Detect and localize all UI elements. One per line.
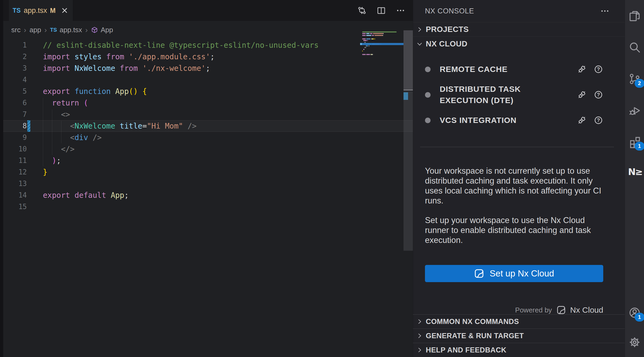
chevron-right-icon (416, 347, 423, 354)
badge: 1 (635, 142, 644, 151)
panel-more-actions-icon[interactable] (600, 6, 610, 16)
section-header-generate-run-target[interactable]: GENERATE & RUN TARGET (413, 329, 625, 343)
typescript-file-icon: TS (13, 7, 21, 14)
connect-icon[interactable] (577, 64, 587, 74)
minimap-line (362, 42, 366, 43)
help-icon[interactable]: ? (594, 115, 603, 125)
badge: 1 (635, 313, 644, 322)
window-edge (0, 0, 3, 357)
feature-row: REMOTE CACHE? (425, 59, 603, 79)
status-bullet-icon (425, 67, 431, 72)
nx-logo-icon: N≥ (628, 166, 642, 177)
tab-app-tsx[interactable]: TS app.tsx M (9, 0, 73, 21)
feature-actions: ? (577, 90, 603, 100)
breadcrumb-folder-src[interactable]: src (11, 26, 21, 34)
code-line-10[interactable]: 10 </> (3, 143, 413, 155)
search-icon (628, 41, 641, 54)
code-line-15[interactable]: 15 (3, 201, 413, 213)
code-line-1[interactable]: 1// eslint-disable-next-line @typescript… (3, 39, 413, 51)
code-line-8[interactable]: 8 <NxWelcome title="Hi Mom" /> (3, 120, 413, 132)
open-changes-icon[interactable] (357, 6, 367, 15)
code-line-content: export default App; (43, 190, 129, 201)
code-line-content: <NxWelcome title="Hi Mom" /> (43, 120, 197, 132)
nx-cloud-brand: Nx Cloud (570, 305, 603, 314)
section-label: COMMON NX COMMANDS (426, 318, 519, 326)
minimap-line (362, 40, 368, 41)
line-number: 15 (3, 201, 27, 213)
line-number: 9 (3, 132, 27, 143)
code-line-4[interactable]: 4 (3, 74, 413, 86)
section-header-nx-cloud[interactable]: NX CLOUD (413, 37, 625, 51)
connect-icon[interactable] (577, 115, 587, 125)
activity-item-source-control[interactable]: 2 (628, 72, 641, 85)
nx-cloud-logo-icon (556, 305, 566, 314)
files-icon (628, 10, 641, 23)
code-line-content: </> (43, 143, 75, 155)
minimap-line (362, 49, 364, 50)
status-bullet-icon (425, 118, 431, 123)
editor-scrollbar[interactable] (404, 30, 413, 251)
line-number: 1 (3, 39, 27, 51)
activity-item-settings[interactable] (628, 336, 641, 349)
help-icon[interactable]: ? (594, 64, 603, 74)
line-number: 10 (3, 143, 27, 155)
code-line-9[interactable]: 9 <div /> (3, 132, 413, 143)
close-tab-icon[interactable] (61, 6, 69, 14)
panel-bottom-sections: COMMON NX COMMANDSGENERATE & RUN TARGETH… (413, 314, 625, 357)
line-number: 6 (3, 97, 27, 109)
section-header-common-nx-commands[interactable]: COMMON NX COMMANDS (413, 314, 625, 329)
breadcrumb-folder-app[interactable]: app (29, 26, 41, 34)
symbol-class-icon (91, 26, 98, 34)
line-number: 12 (3, 166, 27, 178)
more-actions-icon[interactable] (396, 6, 405, 15)
nx-cloud-webview: REMOTE CACHE?DISTRIBUTED TASK EXECUTION … (413, 51, 625, 314)
code-line-7[interactable]: 7 <> (3, 109, 413, 120)
minimap[interactable] (361, 30, 404, 65)
activity-item-extensions[interactable]: 1 (628, 135, 641, 148)
divider (420, 147, 614, 147)
code-line-14[interactable]: 14export default App; (3, 190, 413, 201)
tab-file-name: app.tsx (24, 6, 47, 15)
code-line-12[interactable]: 12} (3, 166, 413, 178)
breadcrumb-symbol[interactable]: App (101, 26, 113, 34)
activity-item-search[interactable] (628, 41, 641, 54)
code-editor[interactable]: 1// eslint-disable-next-line @typescript… (3, 39, 413, 357)
svg-text:?: ? (597, 66, 600, 72)
minimap-current-line-highlight (361, 43, 404, 45)
code-line-6[interactable]: 6 return ( (3, 97, 413, 109)
code-line-13[interactable]: 13 (3, 178, 413, 190)
git-modified-badge: M (50, 7, 55, 14)
code-line-2[interactable]: 2import styles from './app.module.css'; (3, 51, 413, 63)
code-line-11[interactable]: 11 ); (3, 155, 413, 166)
code-line-5[interactable]: 5export function App() { (3, 86, 413, 97)
scrollbar-track (404, 91, 413, 251)
code-line-content: <> (43, 109, 70, 120)
line-number: 5 (3, 86, 27, 97)
panel-header: NX CONSOLE (413, 0, 625, 22)
activity-item-nx-console[interactable]: N≥ (628, 165, 641, 178)
breadcrumb-separator: › (44, 26, 47, 34)
section-header-projects[interactable]: PROJECTS (413, 22, 625, 37)
section-header-help-and-feedback[interactable]: HELP AND FEEDBACK (413, 343, 625, 357)
activity-item-files[interactable] (628, 10, 641, 23)
code-line-3[interactable]: 3import NxWelcome from './nx-welcome'; (3, 63, 413, 74)
minimap-line (362, 54, 373, 55)
chevron-right-icon (416, 332, 423, 339)
minimap-line (362, 50, 363, 52)
scrollbar-slider[interactable] (404, 30, 413, 90)
setup-nx-cloud-button[interactable]: Set up Nx Cloud (425, 265, 603, 282)
editor-toolbar (357, 0, 405, 21)
help-icon[interactable]: ? (594, 90, 603, 100)
nx-cloud-logo-icon (474, 268, 484, 279)
run-debug-icon (628, 104, 641, 117)
feature-label: VCS INTEGRATION (440, 115, 559, 126)
activity-item-accounts[interactable]: 1 (628, 306, 641, 319)
svg-text:?: ? (597, 92, 600, 97)
connect-icon[interactable] (577, 90, 587, 100)
split-editor-icon[interactable] (376, 6, 386, 15)
settings-icon (628, 336, 641, 349)
breadcrumb-file[interactable]: app.tsx (60, 26, 82, 34)
code-line-content: ); (43, 155, 61, 166)
svg-text:?: ? (597, 117, 600, 123)
activity-item-run-debug[interactable] (628, 104, 641, 117)
